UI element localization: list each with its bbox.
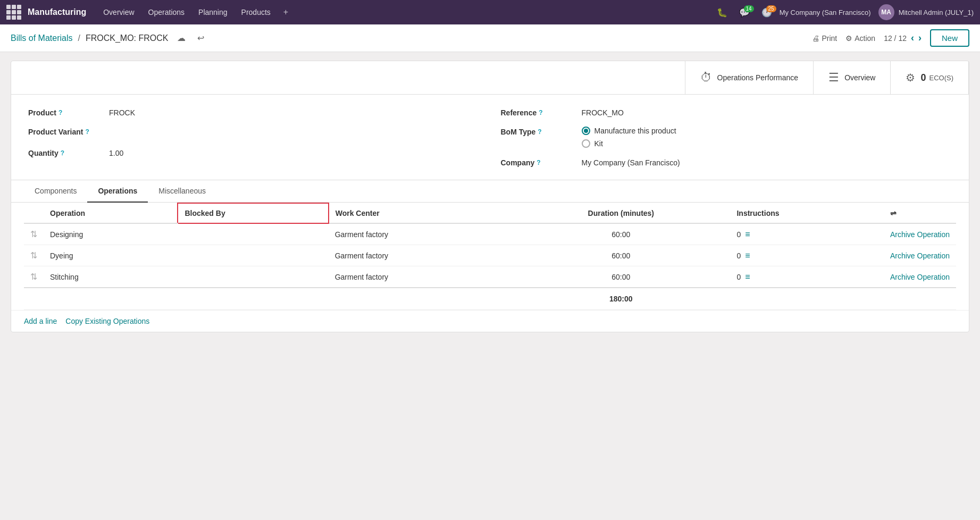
kit-radio-label: Kit <box>594 139 603 148</box>
breadcrumb-parent[interactable]: Bills of Materials <box>11 33 72 43</box>
column-settings-icon[interactable]: ⇌ <box>890 209 897 217</box>
bom-type-help-icon[interactable]: ? <box>538 128 541 136</box>
debug-icon[interactable]: 🐛 <box>713 5 732 20</box>
row1-sort-handle[interactable]: ⇅ <box>24 223 44 245</box>
nav-planning[interactable]: Planning <box>193 6 233 19</box>
variant-field-row: Product Variant ? <box>28 127 480 138</box>
row3-sort-handle[interactable]: ⇅ <box>24 266 44 288</box>
row1-archive: Archive Operation <box>884 223 956 245</box>
quantity-value[interactable]: 1.00 <box>109 148 123 157</box>
table-row: ⇅ Dyeing Garment factory 60:00 0 ≡ A <box>24 245 956 266</box>
nav-overview[interactable]: Overview <box>98 6 139 19</box>
duration-col-header: Duration (minutes) <box>512 203 730 223</box>
nav-products[interactable]: Products <box>236 6 276 19</box>
reference-help-icon[interactable]: ? <box>539 109 542 116</box>
add-line-button[interactable]: Add a line <box>24 317 57 325</box>
user-menu[interactable]: MA Mitchell Admin (JULY_1) <box>878 4 974 20</box>
user-avatar: MA <box>878 4 894 20</box>
row2-operation[interactable]: Dyeing <box>44 245 178 266</box>
new-button[interactable]: New <box>930 29 969 47</box>
bom-type-label: BoM Type ? <box>501 127 575 136</box>
top-navigation: Manufacturing Overview Operations Planni… <box>0 0 980 24</box>
breadcrumb-separator: / <box>78 33 80 43</box>
stats-spacer <box>11 61 685 94</box>
breadcrumb-bar: Bills of Materials / FROCK_MO: FROCK ☁ ↩… <box>0 24 980 52</box>
settings-col-header: ⇌ <box>884 203 956 223</box>
product-label: Product ? <box>28 107 103 117</box>
print-button[interactable]: 🖨 Print <box>812 34 837 43</box>
quantity-label: Quantity ? <box>28 148 103 157</box>
row2-instructions-icon[interactable]: ≡ <box>745 251 750 261</box>
row3-instructions-icon[interactable]: ≡ <box>745 272 750 282</box>
row1-instructions-icon[interactable]: ≡ <box>745 230 750 239</box>
tab-miscellaneous[interactable]: Miscellaneous <box>148 180 216 203</box>
ecos-group: 0 ECO(S) <box>920 72 953 83</box>
action-button[interactable]: ⚙ Action <box>845 34 875 43</box>
kit-radio-button[interactable] <box>582 139 590 148</box>
activity-badge: 25 <box>766 5 776 12</box>
bom-type-kit-option[interactable]: Kit <box>582 139 676 148</box>
quantity-help-icon[interactable]: ? <box>61 149 64 157</box>
variant-label: Product Variant ? <box>28 127 103 136</box>
gear-icon: ⚙ <box>845 34 852 43</box>
row3-blocked-by <box>178 266 328 288</box>
ops-perf-label-group: Operations Performance <box>717 73 799 82</box>
next-record-button[interactable]: › <box>918 32 922 44</box>
row3-operation[interactable]: Stitching <box>44 266 178 288</box>
product-field-row: Product ? FROCK <box>28 107 480 117</box>
ops-performance-stat[interactable]: ⏱ Operations Performance <box>685 61 814 94</box>
row2-sort-handle[interactable]: ⇅ <box>24 245 44 266</box>
product-help-icon[interactable]: ? <box>58 109 62 116</box>
totals-row: 180:00 <box>24 288 956 310</box>
manufacture-radio-label: Manufacture this product <box>594 127 676 135</box>
row1-archive-button[interactable]: Archive Operation <box>890 230 950 239</box>
company-help-icon[interactable]: ? <box>537 159 540 166</box>
reference-field-row: Reference ? FROCK_MO <box>501 107 952 117</box>
stats-header: ⏱ Operations Performance ☰ Overview ⚙ 0 … <box>11 61 969 95</box>
messages-badge: 14 <box>744 5 754 12</box>
nav-operations[interactable]: Operations <box>143 6 190 19</box>
row2-work-center[interactable]: Garment factory <box>329 245 512 266</box>
tab-operations[interactable]: Operations <box>87 180 148 203</box>
row2-blocked-by <box>178 245 328 266</box>
copy-operations-button[interactable]: Copy Existing Operations <box>65 317 149 325</box>
prev-record-button[interactable]: ‹ <box>911 32 914 44</box>
row1-work-center[interactable]: Garment factory <box>329 223 512 245</box>
product-value[interactable]: FROCK <box>109 107 135 117</box>
instructions-col-header: Instructions <box>730 203 884 223</box>
row3-duration: 60:00 <box>512 266 730 288</box>
row1-operation[interactable]: Designing <box>44 223 178 245</box>
quantity-field-row: Quantity ? 1.00 <box>28 148 480 157</box>
operations-table: Operation Blocked By Work Center Duratio… <box>24 203 956 310</box>
row2-archive-button[interactable]: Archive Operation <box>890 251 950 260</box>
manufacture-radio-button[interactable] <box>582 127 590 135</box>
row3-archive-button[interactable]: Archive Operation <box>890 273 950 281</box>
row2-archive: Archive Operation <box>884 245 956 266</box>
add-menu-button[interactable]: + <box>279 5 292 19</box>
blocked-by-col-header[interactable]: Blocked By <box>178 203 328 223</box>
bom-type-manufacture-option[interactable]: Manufacture this product <box>582 127 676 135</box>
operation-col-header: Operation <box>44 203 178 223</box>
reference-value[interactable]: FROCK_MO <box>582 107 624 117</box>
ecos-stat[interactable]: ⚙ 0 ECO(S) <box>891 61 969 94</box>
activity-icon[interactable]: 🕐 25 <box>757 5 776 20</box>
total-end <box>730 288 956 310</box>
breadcrumb-current: FROCK_MO: FROCK <box>86 33 169 43</box>
row1-duration: 60:00 <box>512 223 730 245</box>
row2-instructions: 0 ≡ <box>730 245 884 266</box>
table-footer-links: Add a line Copy Existing Operations <box>11 310 969 332</box>
tab-components[interactable]: Components <box>24 180 87 203</box>
menu-icon: ☰ <box>828 71 839 85</box>
row2-duration: 60:00 <box>512 245 730 266</box>
overview-stat[interactable]: ☰ Overview <box>814 61 891 94</box>
row3-work-center[interactable]: Garment factory <box>329 266 512 288</box>
refresh-icon[interactable]: ↩ <box>194 32 207 44</box>
messages-icon[interactable]: 💬 14 <box>735 5 754 20</box>
form-left-section: Product ? FROCK Product Variant ? Quanti… <box>28 107 480 167</box>
app-grid-icon[interactable] <box>6 5 21 20</box>
cloud-upload-icon[interactable]: ☁ <box>174 32 189 44</box>
company-label: Company ? <box>501 157 575 167</box>
row1-instructions: 0 ≡ <box>730 223 884 245</box>
company-value[interactable]: My Company (San Francisco) <box>582 157 680 167</box>
variant-help-icon[interactable]: ? <box>85 128 89 136</box>
